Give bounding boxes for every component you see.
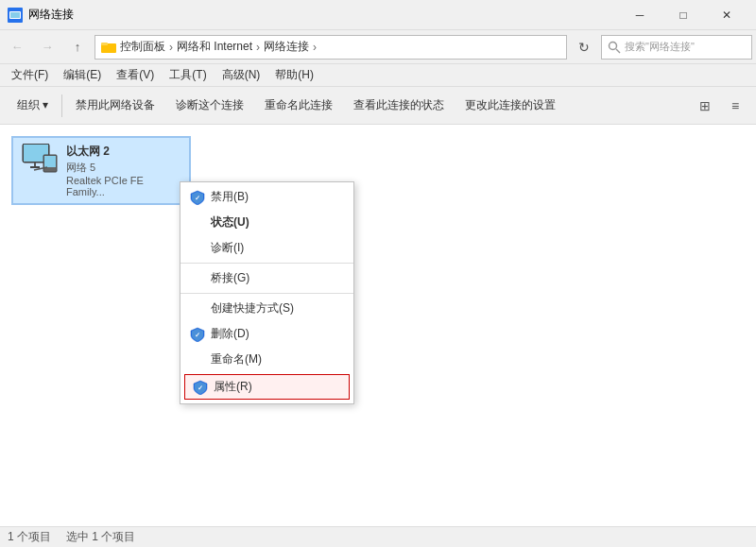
adapter-item[interactable]: 以太网 2 网络 5 Realtek PCIe FE Family... [11,136,191,205]
breadcrumb-sep-1: › [256,41,260,54]
ctx-sep-2 [180,293,353,294]
breadcrumb-item-2[interactable]: 网络连接 [264,39,309,55]
ctx-disable-label: 禁用(B) [211,189,249,205]
network-adapter-icon [21,144,59,178]
view-toggle-button[interactable]: ≡ [722,93,748,119]
address-bar: ← → ↑ 控制面板 › 网络和 Internet › 网络连接 › ↻ 搜索"… [0,30,756,64]
ctx-status[interactable]: 状态(U) [180,210,353,235]
menu-help[interactable]: 帮助(H) [267,65,321,85]
breadcrumb-item-1[interactable]: 网络和 Internet [177,39,252,55]
svg-rect-10 [30,166,40,168]
back-button[interactable]: ← [4,34,30,60]
menu-advanced[interactable]: 高级(N) [215,65,268,85]
diagnose-button[interactable]: 诊断这个连接 [166,91,253,121]
breadcrumb-sep-2: › [313,41,317,54]
status-selected: 选中 1 个项目 [66,529,135,545]
svg-text:✓: ✓ [195,332,200,338]
adapter-name: 以太网 2 [66,144,181,160]
shield-icon-disable: ✓ [190,190,205,205]
ctx-properties[interactable]: ✓ 属性(R) [184,374,350,400]
svg-rect-12 [44,156,56,167]
ctx-rename[interactable]: 重命名(M) [180,347,353,372]
ctx-shortcut[interactable]: 创建快捷方式(S) [180,296,353,321]
minimize-button[interactable]: ─ [618,0,662,30]
up-button[interactable]: ↑ [64,34,91,60]
menu-view[interactable]: 查看(V) [109,65,162,85]
context-menu: ✓ 禁用(B) 状态(U) 诊断(I) 桥接(G) [180,181,354,404]
title-bar: 网络连接 ─ □ ✕ [0,0,756,30]
ctx-disable[interactable]: ✓ 禁用(B) [180,184,353,210]
svg-rect-2 [10,12,20,18]
ctx-delete[interactable]: ✓ 删除(D) [180,321,353,347]
menu-bar: 文件(F) 编辑(E) 查看(V) 工具(T) 高级(N) 帮助(H) [0,64,756,87]
window-controls: ─ □ ✕ [618,0,748,30]
rename-button[interactable]: 重命名此连接 [255,91,342,121]
ctx-bridge[interactable]: 桥接(G) [180,265,353,291]
ctx-delete-label: 删除(D) [211,326,249,342]
ctx-rename-label: 重命名(M) [211,351,262,368]
ctx-bridge-label: 桥接(G) [211,270,249,286]
folder-icon [101,40,116,55]
address-box[interactable]: 控制面板 › 网络和 Internet › 网络连接 › [94,35,567,60]
menu-edit[interactable]: 编辑(E) [56,65,109,85]
status-count: 1 个项目 [8,529,51,545]
view-status-button[interactable]: 查看此连接的状态 [344,91,454,121]
status-bar: 1 个项目 选中 1 个项目 [0,526,756,547]
toolbar-right: ⊞ ≡ [692,93,748,119]
window-icon [8,8,23,23]
breadcrumb-sep-0: › [169,41,173,54]
svg-point-5 [610,42,617,49]
svg-text:✓: ✓ [198,385,203,391]
organize-button[interactable]: 组织 ▾ [8,91,58,121]
close-button[interactable]: ✕ [705,0,748,30]
svg-rect-4 [101,43,108,45]
disable-button[interactable]: 禁用此网络设备 [66,91,164,121]
ctx-shortcut-label: 创建快捷方式(S) [211,300,294,316]
window-title: 网络连接 [28,7,618,23]
forward-button[interactable]: → [34,34,60,60]
maximize-button[interactable]: □ [662,0,705,30]
menu-tools[interactable]: 工具(T) [162,65,214,85]
shield-icon-properties: ✓ [193,380,208,395]
ctx-sep-1 [180,263,353,264]
svg-line-6 [616,49,620,53]
refresh-button[interactable]: ↻ [571,34,597,60]
adapter-info: 以太网 2 网络 5 Realtek PCIe FE Family... [66,144,181,197]
file-area[interactable]: 以太网 2 网络 5 Realtek PCIe FE Family... ✓ 禁… [0,125,756,526]
breadcrumb-item-0[interactable]: 控制面板 [120,39,165,55]
menu-file[interactable]: 文件(F) [4,65,56,85]
adapter-network: 网络 5 [66,161,181,175]
search-placeholder: 搜索"网络连接" [625,40,695,54]
main-content: 以太网 2 网络 5 Realtek PCIe FE Family... ✓ 禁… [0,125,756,526]
toolbar-separator-1 [61,94,62,117]
change-settings-button[interactable]: 更改此连接的设置 [455,91,565,121]
ctx-diagnose[interactable]: 诊断(I) [180,235,353,261]
svg-text:✓: ✓ [195,195,200,201]
ctx-properties-label: 属性(R) [214,379,252,395]
ctx-diagnose-label: 诊断(I) [211,240,244,256]
search-box[interactable]: 搜索"网络连接" [601,35,752,60]
breadcrumb: 控制面板 › 网络和 Internet › 网络连接 › [120,39,318,55]
toolbar: 组织 ▾ 禁用此网络设备 诊断这个连接 重命名此连接 查看此连接的状态 更改此连… [0,87,756,125]
shield-icon-delete: ✓ [190,327,205,342]
view-options-button[interactable]: ⊞ [692,93,718,119]
ctx-status-label: 状态(U) [211,214,249,231]
search-icon [608,41,621,54]
adapter-driver: Realtek PCIe FE Family... [66,175,181,197]
